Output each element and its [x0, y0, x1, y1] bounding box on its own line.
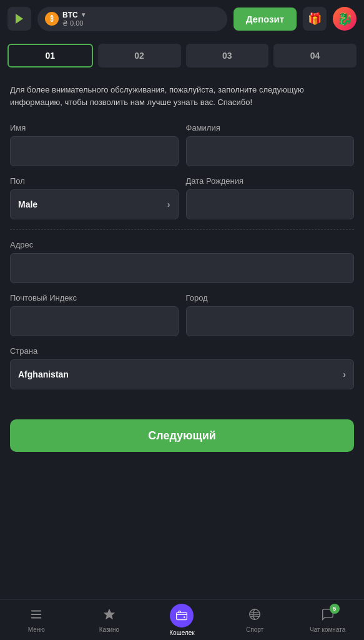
nav-badge: 5 [321, 608, 335, 624]
form-container: Для более внимательного обслуживания, по… [0, 74, 364, 409]
first-name-group: Имя [10, 123, 179, 166]
description-text: Для более внимательного обслуживания, по… [10, 84, 354, 108]
postal-city-row: Почтовый Индекс Город [10, 293, 354, 336]
dob-group: Дата Рождения [186, 176, 355, 219]
divider [10, 229, 354, 230]
gender-label: Пол [10, 176, 179, 186]
next-btn-container: Следующий [0, 409, 364, 462]
dob-input[interactable] [186, 189, 355, 219]
nav-chat[interactable]: 5 Чат комната [291, 608, 364, 633]
next-button[interactable]: Следующий [10, 419, 354, 452]
svg-rect-0 [31, 610, 42, 611]
postal-input[interactable] [10, 306, 179, 336]
svg-rect-2 [31, 617, 42, 618]
logo [7, 7, 31, 31]
first-name-label: Имя [10, 123, 179, 132]
bottom-nav: Меню Казино Кошелек [0, 599, 364, 640]
gender-dob-row: Пол Male › Дата Рождения [10, 176, 354, 219]
step-1[interactable]: 01 [7, 44, 93, 68]
casino-icon [102, 608, 116, 624]
chevron-right-icon-country: › [343, 369, 346, 379]
menu-icon [29, 608, 43, 624]
gender-value: Male [18, 199, 37, 209]
svg-rect-4 [177, 612, 187, 620]
nav-wallet[interactable]: Кошелек [145, 604, 219, 636]
btc-info: BTC ▼ ₴ 0.00 [62, 11, 87, 28]
last-name-input[interactable] [186, 136, 355, 166]
nav-menu[interactable]: Меню [0, 608, 73, 633]
btc-label: BTC ▼ [62, 11, 87, 19]
nav-menu-label: Меню [28, 626, 45, 633]
address-row: Адрес [10, 240, 354, 283]
main-content: Для более внимательного обслуживания, по… [0, 74, 364, 512]
chevron-right-icon: › [167, 199, 170, 209]
gender-select[interactable]: Male › [10, 189, 179, 219]
address-group: Адрес [10, 240, 354, 283]
nav-casino-label: Казино [99, 626, 120, 633]
city-label: Город [186, 293, 355, 302]
city-group: Город [186, 293, 355, 336]
svg-point-5 [184, 616, 185, 618]
svg-marker-3 [104, 608, 115, 619]
city-input[interactable] [186, 306, 355, 336]
steps-bar: 01 02 03 04 [0, 38, 364, 74]
country-value: Afghanistan [18, 369, 69, 379]
country-row: Страна Afghanistan › [10, 346, 354, 389]
country-label: Страна [10, 346, 354, 356]
nav-sport-label: Спорт [246, 626, 263, 633]
name-row: Имя Фамилия [10, 123, 354, 166]
header: ₿ BTC ▼ ₴ 0.00 Депозит 🎁 🐉 [0, 0, 364, 38]
gift-icon: 🎁 [308, 12, 322, 26]
avatar: 🐉 [333, 7, 357, 31]
gender-group: Пол Male › [10, 176, 179, 219]
btc-selector[interactable]: ₿ BTC ▼ ₴ 0.00 [37, 7, 227, 31]
wallet-icon [170, 604, 194, 628]
step-3[interactable]: 03 [186, 44, 269, 68]
country-select[interactable]: Afghanistan › [10, 359, 354, 389]
chat-badge: 5 [330, 604, 340, 614]
gift-button[interactable]: 🎁 [303, 7, 327, 31]
svg-rect-1 [31, 614, 42, 615]
step-4[interactable]: 04 [273, 44, 357, 68]
postal-label: Почтовый Индекс [10, 293, 179, 302]
last-name-label: Фамилия [186, 123, 355, 132]
chevron-down-icon: ▼ [81, 11, 87, 18]
nav-wallet-label: Кошелек [169, 629, 194, 636]
sport-icon [248, 608, 262, 624]
address-input[interactable] [10, 253, 354, 283]
btc-icon: ₿ [45, 12, 59, 26]
dob-label: Дата Рождения [186, 176, 355, 186]
nav-casino[interactable]: Казино [73, 608, 146, 633]
btc-amount: ₴ 0.00 [62, 19, 87, 28]
address-label: Адрес [10, 240, 354, 249]
nav-sport[interactable]: Спорт [219, 608, 292, 633]
nav-chat-label: Чат комната [310, 626, 345, 633]
deposit-button[interactable]: Депозит [234, 8, 297, 31]
last-name-group: Фамилия [186, 123, 355, 166]
postal-group: Почтовый Индекс [10, 293, 179, 336]
country-group: Страна Afghanistan › [10, 346, 354, 389]
first-name-input[interactable] [10, 136, 179, 166]
step-2[interactable]: 02 [98, 44, 181, 68]
